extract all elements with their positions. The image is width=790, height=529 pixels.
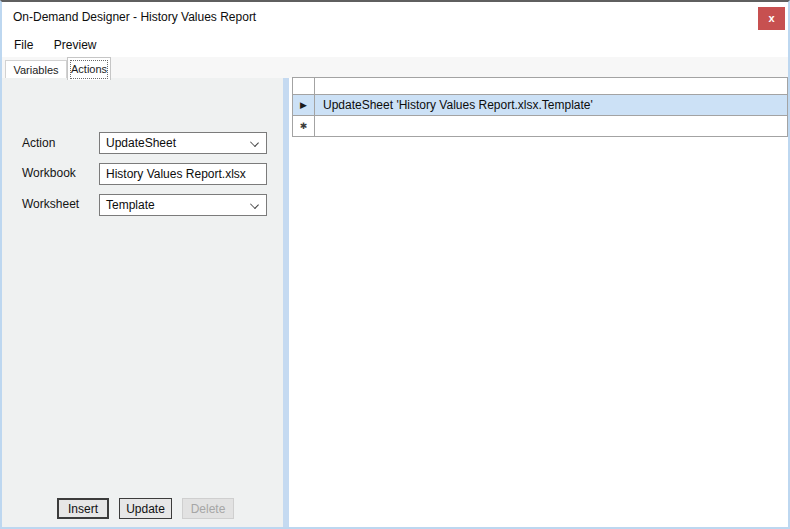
insert-button[interactable]: Insert xyxy=(57,498,109,519)
tab-variables[interactable]: Variables xyxy=(5,60,67,80)
action-dropdown[interactable]: UpdateSheet xyxy=(99,132,267,154)
grid-row-header[interactable]: ✱ xyxy=(293,116,315,136)
update-button[interactable]: Update xyxy=(119,498,172,519)
new-row-icon: ✱ xyxy=(300,122,308,131)
grid-row-new[interactable]: ✱ xyxy=(293,115,787,136)
window-title: On-Demand Designer - History Values Repo… xyxy=(13,10,256,24)
app-window: On-Demand Designer - History Values Repo… xyxy=(0,0,790,529)
tab-actions[interactable]: Actions xyxy=(67,57,111,80)
chevron-down-icon xyxy=(250,138,259,147)
delete-button: Delete xyxy=(182,498,234,519)
grid-cell-action-text[interactable]: UpdateSheet 'History Values Report.xlsx.… xyxy=(315,95,787,115)
action-dropdown-value: UpdateSheet xyxy=(106,136,176,150)
grid-row-selected[interactable]: ▶ UpdateSheet 'History Values Report.xls… xyxy=(293,94,787,115)
title-bar[interactable]: On-Demand Designer - History Values Repo… xyxy=(2,2,788,33)
chevron-down-icon xyxy=(250,200,259,209)
grid-cell-empty[interactable] xyxy=(315,116,787,136)
menu-bar: File Preview xyxy=(2,33,788,57)
grid-row-header[interactable]: ▶ xyxy=(293,95,315,115)
close-icon: x xyxy=(768,13,774,24)
grid-header-cell xyxy=(315,78,787,94)
worksheet-dropdown[interactable]: Template xyxy=(99,194,267,216)
menu-item-file[interactable]: File xyxy=(6,33,41,57)
actions-list-panel xyxy=(289,78,788,527)
actions-grid: ▶ UpdateSheet 'History Values Report.xls… xyxy=(292,77,788,137)
grid-header-row xyxy=(293,78,787,94)
menu-item-preview[interactable]: Preview xyxy=(46,33,105,57)
close-button[interactable]: x xyxy=(758,7,785,30)
workbook-input[interactable] xyxy=(99,163,267,185)
worksheet-label: Worksheet xyxy=(22,197,79,211)
tab-actions-label: Actions xyxy=(70,60,108,79)
workbook-label: Workbook xyxy=(22,166,76,180)
worksheet-dropdown-value: Template xyxy=(106,198,155,212)
current-row-icon: ▶ xyxy=(300,101,307,110)
grid-corner-cell xyxy=(293,78,315,94)
action-label: Action xyxy=(22,136,55,150)
